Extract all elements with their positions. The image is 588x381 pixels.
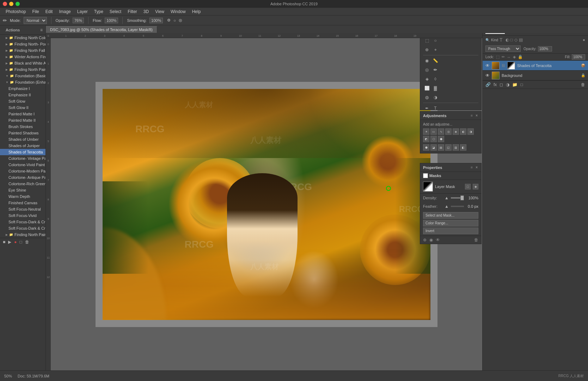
lock-transparent-icon[interactable]: ⬚ bbox=[496, 55, 500, 59]
text-tool-icon[interactable]: T bbox=[431, 104, 439, 110]
curves-icon[interactable]: ∿ bbox=[438, 128, 444, 135]
filter-path-icon[interactable]: ◇ bbox=[514, 37, 517, 42]
settings-icon[interactable]: ⚙ bbox=[167, 18, 171, 23]
exposure-icon[interactable]: ◎ bbox=[445, 128, 452, 135]
properties-close[interactable]: × bbox=[475, 165, 478, 170]
channel-mixer-icon[interactable]: ⬢ bbox=[438, 136, 444, 142]
menu-layer[interactable]: Layer bbox=[74, 8, 91, 15]
feather-slider[interactable] bbox=[451, 206, 464, 207]
ruler-tool-icon[interactable]: 📏 bbox=[431, 57, 439, 65]
filter-type-icon[interactable]: T bbox=[500, 37, 503, 43]
properties-expand[interactable]: ≡ bbox=[470, 165, 473, 170]
toolbar-mode-select[interactable]: Normal bbox=[24, 17, 47, 24]
action-painted-matte-ii[interactable]: Painted Matte II bbox=[0, 117, 45, 123]
layer-visibility-icon[interactable]: 👁 bbox=[485, 63, 490, 68]
clone-tool-icon[interactable]: ◈ bbox=[423, 75, 431, 83]
action-finished-canvas[interactable]: Finished Canvas bbox=[0, 200, 45, 206]
action-finding-north-painterly1[interactable]: ▶ 📁 Finding North Painterly A... bbox=[0, 66, 45, 73]
menu-3d[interactable]: 3D bbox=[141, 8, 152, 15]
opacity-input[interactable] bbox=[538, 46, 552, 52]
selective-color-icon[interactable]: ◧ bbox=[460, 144, 466, 151]
invert-button[interactable]: Invert bbox=[423, 228, 478, 234]
select-mask-button[interactable]: Select and Mask... bbox=[423, 212, 478, 219]
menu-help[interactable]: Help bbox=[189, 8, 204, 15]
gradient-tool-icon[interactable]: ▓ bbox=[431, 84, 439, 92]
action-emphasize-ii[interactable]: Emphasize II bbox=[0, 92, 45, 98]
delete-layer-icon[interactable]: 🗑 bbox=[581, 82, 585, 87]
crop-tool-icon[interactable]: ⌖ bbox=[431, 46, 439, 54]
document-tab[interactable]: DSC_7083.jpg @ 50% (Shades of Teracotta,… bbox=[46, 26, 157, 33]
menu-photoshop[interactable]: Photoshop bbox=[3, 8, 29, 15]
canvas-image[interactable]: RRCG RRCG RRCG RRCG 八人素材 八人素材 人人素材 bbox=[103, 89, 430, 320]
layer-row-shades-teracotta[interactable]: 👁 ⛓ Shades of Teracotta 📦 bbox=[483, 61, 588, 71]
action-finding-north-color[interactable]: ▶ 📁 Finding North Color Toni... bbox=[0, 35, 45, 41]
filter-toggle[interactable]: ● bbox=[583, 37, 585, 42]
menu-window[interactable]: Window bbox=[168, 8, 189, 15]
action-brush-strokes[interactable]: Brush Strokes bbox=[0, 123, 45, 130]
maximize-button[interactable] bbox=[16, 2, 20, 6]
density-slider[interactable] bbox=[451, 197, 464, 199]
brush-tool-icon[interactable]: ✏ bbox=[431, 66, 439, 74]
filter-group-icon[interactable]: ▤ bbox=[519, 37, 523, 42]
menu-type[interactable]: Type bbox=[91, 8, 106, 15]
action-shades-juniper[interactable]: Shades of Juniper bbox=[0, 143, 45, 149]
spot-heal-icon[interactable]: ◎ bbox=[423, 66, 431, 74]
play-icon[interactable]: ▶ bbox=[8, 240, 11, 244]
action-soft-focus-neutral[interactable]: Soft Focus-Neutral bbox=[0, 206, 45, 212]
minimize-button[interactable] bbox=[9, 2, 13, 6]
action-emphasize-i[interactable]: Emphasize I bbox=[0, 85, 45, 92]
flow-value[interactable]: 100% bbox=[105, 18, 118, 23]
visibility-icon-props[interactable]: 👁 bbox=[436, 237, 440, 242]
action-black-white[interactable]: ▶ 📁 Black and White Action Set bbox=[0, 60, 45, 66]
vibrance-icon[interactable]: ◈ bbox=[453, 128, 459, 135]
action-eye-shine[interactable]: Eye Shine bbox=[0, 187, 45, 193]
action-painted-matte-i[interactable]: Painted Matte I bbox=[0, 111, 45, 117]
fill-input[interactable] bbox=[572, 54, 585, 60]
adjustments-expand[interactable]: ≡ bbox=[470, 113, 473, 118]
layer-mask-thumb[interactable] bbox=[423, 182, 433, 192]
smoothing-value[interactable]: 100% bbox=[149, 18, 163, 23]
layer-mask-thumbnail[interactable] bbox=[507, 62, 515, 69]
add-mask-icon[interactable]: ◻ bbox=[500, 82, 503, 87]
threshold-icon[interactable]: ◱ bbox=[445, 144, 452, 151]
action-colortone-vintage[interactable]: Colortone- Vintage Paint bbox=[0, 155, 45, 162]
menu-edit[interactable]: Edit bbox=[43, 8, 56, 15]
hue-sat-icon[interactable]: ◐ bbox=[460, 128, 466, 135]
layer-mask-option1[interactable]: □ bbox=[465, 184, 471, 189]
action-soft-focus-vivid[interactable]: Soft Focus-Vivid bbox=[0, 212, 45, 219]
airbrush-icon[interactable]: ○ bbox=[173, 18, 176, 23]
action-warm-depth[interactable]: Warm Depth bbox=[0, 193, 45, 200]
filter-pixel-icon[interactable]: □ bbox=[510, 37, 513, 42]
link-layers-icon[interactable]: 🔗 bbox=[485, 82, 491, 87]
adjustments-close[interactable]: × bbox=[475, 113, 478, 118]
new-action-icon[interactable]: □ bbox=[20, 240, 22, 244]
gradient-map-icon[interactable]: ▥ bbox=[453, 144, 459, 151]
pressure-icon[interactable]: ◎ bbox=[179, 18, 182, 23]
invert-adj-icon[interactable]: ◪ bbox=[430, 144, 437, 151]
pen-tool-icon[interactable]: ✒ bbox=[423, 104, 431, 110]
action-colortone-rich-greens[interactable]: Colortone-Rich Greens bbox=[0, 181, 45, 187]
stop-icon[interactable]: ■ bbox=[3, 240, 5, 244]
action-foundation-basic[interactable]: ▼ 📁 Foundation (Basic) bbox=[0, 73, 45, 79]
delete-action-icon[interactable]: 🗑 bbox=[25, 240, 29, 244]
menu-select[interactable]: Select bbox=[107, 8, 124, 15]
action-finding-north-portrait[interactable]: ▶ 📁 Finding North- Portrait E... bbox=[0, 41, 45, 47]
color-range-button[interactable]: Color Range... bbox=[423, 220, 478, 226]
action-soft-glow-ii[interactable]: Soft Glow II bbox=[0, 104, 45, 111]
filter-icon-props[interactable]: ⊕ bbox=[423, 237, 427, 242]
layer-mask-option2[interactable]: ◈ bbox=[473, 184, 478, 189]
eraser-tool-icon[interactable]: ⬜ bbox=[423, 84, 431, 92]
photo-filter-icon[interactable]: ⬡ bbox=[430, 136, 437, 142]
layer-style-icon[interactable]: fx bbox=[494, 82, 497, 87]
black-white-icon[interactable]: ◩ bbox=[423, 136, 429, 142]
wand-tool-icon[interactable]: ⊕ bbox=[423, 46, 431, 54]
lock-all-icon[interactable]: 🔒 bbox=[518, 55, 523, 59]
action-shades-teracotta[interactable]: Shades of Teracotta bbox=[0, 149, 45, 155]
lock-move-icon[interactable]: ↔ bbox=[507, 55, 511, 59]
menu-image[interactable]: Image bbox=[56, 8, 73, 15]
lock-artboard-icon[interactable]: ◈ bbox=[513, 55, 516, 59]
opacity-value[interactable]: 76% bbox=[73, 18, 84, 23]
new-group-icon[interactable]: 📁 bbox=[512, 82, 517, 87]
blur-tool-icon[interactable]: ◍ bbox=[423, 93, 431, 101]
action-shades-umber[interactable]: Shades of Umber bbox=[0, 136, 45, 143]
